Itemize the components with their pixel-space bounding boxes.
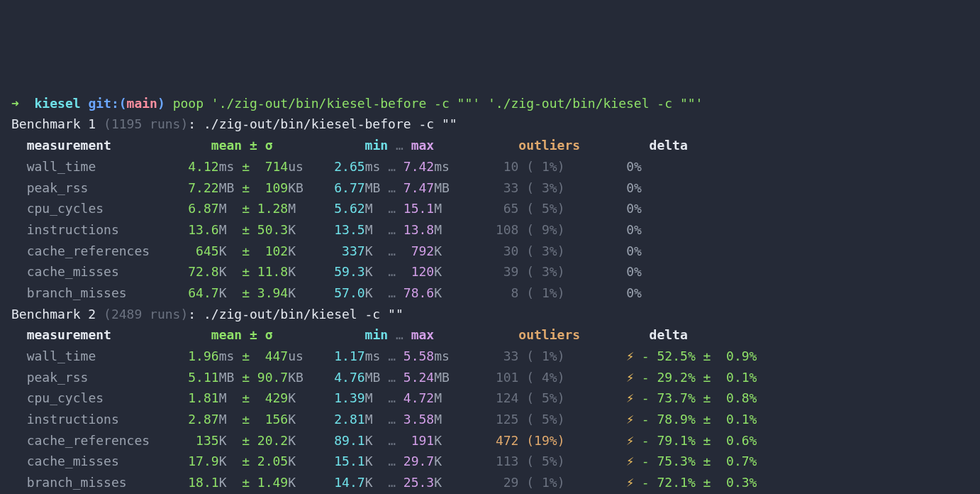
git-label: git:( — [88, 96, 126, 111]
outlier-pct: ( 5%) — [526, 390, 564, 405]
sigma-value: 3.94 — [257, 285, 288, 300]
min-value: 89.1 — [334, 433, 364, 448]
table-row: cache_misses 72.8K ± 11.8K 59.3K … 120K … — [11, 261, 969, 282]
sigma-value: 1.28 — [257, 201, 288, 216]
mean-value: 645 — [188, 243, 218, 258]
min-value: 5.62 — [334, 201, 364, 216]
table-row: cache_references 645K ± 102K 337K … 792K… — [11, 241, 969, 262]
table-row: cpu_cycles 6.87M ± 1.28M 5.62M … 15.1M 6… — [11, 198, 969, 219]
min-value: 13.5 — [334, 222, 364, 237]
delta-err: 0.3% — [726, 475, 757, 490]
min-value: 57.0 — [334, 285, 364, 300]
outlier-count: 472 — [496, 433, 519, 448]
max-value: 191 — [403, 433, 434, 448]
measurement-name: cache_misses — [27, 264, 165, 279]
max-value: 29.7 — [403, 454, 434, 468]
max-value: 13.8 — [403, 222, 434, 237]
outlier-count: 113 — [496, 454, 519, 468]
outlier-pct: ( 4%) — [526, 370, 564, 385]
measurement-name: instructions — [27, 412, 165, 427]
bolt-icon: ⚡ — [626, 433, 634, 448]
delta-value: - 52.5% — [642, 348, 696, 363]
benchmark-2-title: Benchmark 2 (2489 runs): ./zig-out/bin/k… — [11, 304, 969, 325]
bolt-icon: ⚡ — [626, 370, 634, 385]
outlier-count: 33 — [496, 180, 519, 195]
max-value: 78.6 — [403, 285, 434, 300]
max-value: 15.1 — [403, 201, 434, 216]
min-value: 59.3 — [334, 264, 364, 279]
sigma-value: 102 — [257, 243, 288, 258]
outlier-pct: ( 5%) — [526, 454, 564, 468]
delta-err: 0.1% — [726, 412, 757, 427]
min-value: 337 — [334, 243, 364, 258]
mean-value: 7.22 — [188, 180, 218, 195]
outlier-count: 101 — [496, 370, 519, 385]
terminal-output[interactable]: ➜ kiesel git:(main) poop './zig-out/bin/… — [11, 93, 969, 494]
outlier-pct: ( 1%) — [526, 348, 564, 363]
max-value: 25.3 — [403, 475, 434, 490]
delta-value: 0% — [626, 264, 642, 279]
max-value: 7.47 — [403, 180, 434, 195]
delta-value: - 29.2% — [642, 370, 696, 385]
outlier-count: 125 — [496, 412, 519, 427]
outlier-pct: ( 5%) — [526, 412, 564, 427]
delta-value: 0% — [626, 222, 642, 237]
mean-value: 18.1 — [188, 475, 218, 490]
outlier-pct: ( 1%) — [526, 159, 564, 174]
delta-value: 0% — [626, 201, 642, 216]
mean-value: 1.96 — [188, 348, 218, 363]
max-value: 5.24 — [403, 370, 434, 385]
bolt-icon: ⚡ — [626, 454, 634, 468]
bolt-icon: ⚡ — [626, 475, 634, 490]
outlier-count: 65 — [496, 201, 519, 216]
min-value: 1.17 — [334, 348, 364, 363]
table-row: cache_misses 17.9K ± 2.05K 15.1K … 29.7K… — [11, 451, 969, 472]
outlier-count: 30 — [496, 243, 519, 258]
sigma-value: 20.2 — [257, 433, 288, 448]
table-row: instructions 13.6M ± 50.3K 13.5M … 13.8M… — [11, 219, 969, 241]
sigma-value: 11.8 — [257, 264, 288, 279]
table-header: measurement mean ± σ min … max outliers … — [11, 324, 969, 346]
table-row: wall_time 4.12ms ± 714us 2.65ms … 7.42ms… — [11, 156, 969, 177]
measurement-name: branch_misses — [27, 285, 165, 300]
delta-value: 0% — [626, 180, 642, 195]
measurement-name: branch_misses — [27, 475, 165, 490]
table-row: cpu_cycles 1.81M ± 429K 1.39M … 4.72M 12… — [11, 388, 969, 409]
measurement-name: wall_time — [27, 159, 165, 174]
max-value: 3.58 — [403, 412, 434, 427]
max-value: 120 — [403, 264, 434, 279]
outlier-pct: ( 5%) — [526, 201, 564, 216]
outlier-pct: ( 3%) — [526, 243, 564, 258]
outlier-pct: ( 3%) — [526, 180, 564, 195]
measurement-name: instructions — [27, 222, 165, 237]
git-close: ) — [157, 96, 165, 111]
min-value: 1.39 — [334, 390, 364, 405]
outlier-count: 124 — [496, 390, 519, 405]
prompt-arrow: ➜ — [11, 96, 19, 111]
benchmark-1-title: Benchmark 1 (1195 runs): ./zig-out/bin/k… — [11, 114, 969, 135]
min-value: 15.1 — [334, 454, 364, 468]
measurement-name: peak_rss — [27, 370, 165, 385]
measurement-name: cpu_cycles — [27, 390, 165, 405]
bolt-icon: ⚡ — [626, 412, 634, 427]
max-value: 5.58 — [403, 348, 434, 363]
measurement-name: cpu_cycles — [27, 201, 165, 216]
min-value: 2.81 — [334, 412, 364, 427]
mean-value: 2.87 — [188, 412, 218, 427]
min-value: 4.76 — [334, 370, 364, 385]
delta-err: 0.7% — [726, 454, 757, 468]
max-value: 792 — [403, 243, 434, 258]
table-row: branch_misses 18.1K ± 1.49K 14.7K … 25.3… — [11, 472, 969, 493]
sigma-value: 50.3 — [257, 222, 288, 237]
delta-value: - 79.1% — [642, 433, 696, 448]
mean-value: 135 — [188, 433, 218, 448]
table-row: branch_misses 64.7K ± 3.94K 57.0K … 78.6… — [11, 282, 969, 304]
mean-value: 6.87 — [188, 201, 218, 216]
sigma-value: 109 — [257, 180, 288, 195]
git-branch: main — [127, 96, 157, 111]
outlier-pct: ( 1%) — [526, 475, 564, 490]
outlier-count: 33 — [496, 348, 519, 363]
measurement-name: cache_misses — [27, 454, 165, 468]
bolt-icon: ⚡ — [626, 348, 634, 363]
sigma-value: 156 — [257, 412, 288, 427]
